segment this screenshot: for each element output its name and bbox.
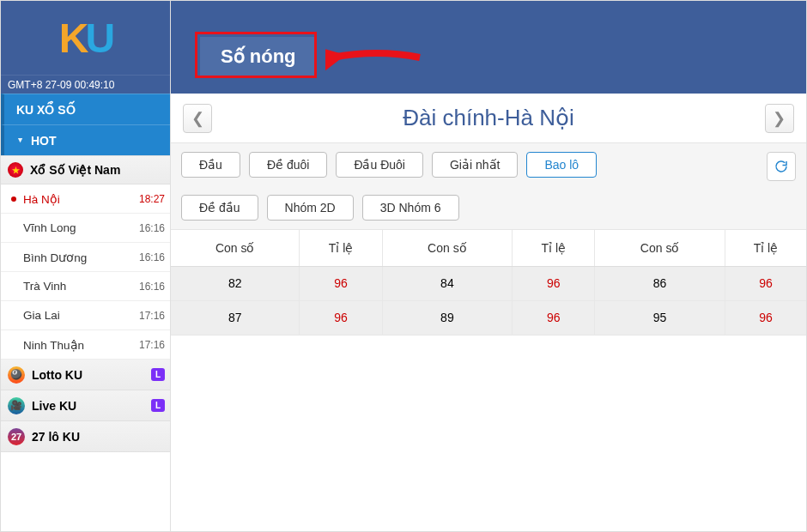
annotation-arrow-icon bbox=[325, 40, 428, 83]
lottery-time: 17:16 bbox=[139, 339, 165, 351]
cell-rate: 96 bbox=[725, 300, 806, 335]
filter-giainhat[interactable]: Giải nhất bbox=[432, 152, 518, 178]
cell-num: 86 bbox=[595, 266, 725, 300]
lottery-name: Trà Vinh bbox=[23, 280, 66, 293]
cell-num: 82 bbox=[171, 266, 300, 300]
lo-icon: 27 bbox=[8, 428, 25, 445]
page-title: Đài chính-Hà Nội bbox=[403, 105, 574, 131]
sidebar-item-hanoi[interactable]: Hà Nội 18:27 bbox=[1, 184, 170, 214]
lottery-time: 16:16 bbox=[139, 251, 165, 263]
logo-u: U bbox=[86, 15, 112, 61]
th-conso: Con số bbox=[595, 230, 725, 266]
table-header-row: Con số Tỉ lệ Con số Tỉ lệ Con số Tỉ lệ bbox=[171, 230, 806, 266]
sidebar-item-gialai[interactable]: Gia Lai 17:16 bbox=[1, 301, 170, 330]
filter-baolo[interactable]: Bao lô bbox=[526, 152, 597, 178]
clock: GMT+8 27-09 00:49:10 bbox=[1, 75, 170, 94]
sidebar-cat-27loku[interactable]: 2727 lô KU bbox=[1, 421, 170, 452]
lottery-time: 16:16 bbox=[139, 222, 165, 234]
filter-bar: Đầu Đề đuôi Đầu Đuôi Giải nhất Bao lô Đề… bbox=[171, 143, 806, 230]
live-badge: L bbox=[151, 368, 165, 381]
sidebar-item-binhduong[interactable]: Bình Dương 16:16 bbox=[1, 243, 170, 272]
lottery-name: Bình Dương bbox=[23, 251, 87, 264]
next-button[interactable]: ❯ bbox=[765, 104, 794, 133]
refresh-icon bbox=[774, 159, 789, 174]
nav-section-hot-label: HOT bbox=[31, 134, 57, 148]
app-root: KU GMT+8 27-09 00:49:10 KU XỔ SỐ HOT ★ X… bbox=[0, 0, 807, 532]
cell-num: 84 bbox=[382, 266, 513, 300]
cat-label: Lotto KU bbox=[32, 368, 82, 382]
star-icon: ★ bbox=[8, 162, 23, 178]
sidebar: KU GMT+8 27-09 00:49:10 KU XỔ SỐ HOT ★ X… bbox=[1, 1, 171, 531]
lottery-time: 17:16 bbox=[139, 310, 165, 322]
live-badge: L bbox=[151, 399, 165, 412]
cell-num: 95 bbox=[595, 300, 725, 335]
content-panel: ❮ Đài chính-Hà Nội ❯ Đầu Đề đuôi Đầu Đuô… bbox=[171, 94, 806, 531]
cell-rate: 96 bbox=[725, 266, 806, 300]
cell-num: 89 bbox=[382, 300, 513, 335]
lotto-icon: 🎱 bbox=[8, 366, 25, 384]
active-dot-icon bbox=[11, 196, 16, 202]
sidebar-group-vietnam[interactable]: ★ Xổ Số Việt Nam bbox=[1, 155, 170, 184]
cell-num: 87 bbox=[171, 300, 300, 335]
sidebar-cat-liveku[interactable]: 🎥Live KU L bbox=[1, 390, 170, 421]
lottery-time: 16:16 bbox=[139, 281, 165, 293]
title-row: ❮ Đài chính-Hà Nội ❯ bbox=[171, 94, 806, 143]
prev-button[interactable]: ❮ bbox=[183, 104, 212, 133]
main-panel: Số nóng ❮ Đài chính-Hà Nội ❯ Đầu Đề đuôi… bbox=[171, 1, 806, 531]
nav-section-hot[interactable]: HOT bbox=[1, 124, 170, 155]
th-conso: Con số bbox=[171, 230, 300, 266]
logo-k: K bbox=[59, 15, 86, 61]
filter-dauduoi[interactable]: Đầu Đuôi bbox=[336, 152, 423, 178]
filter-deduoi[interactable]: Đề đuôi bbox=[249, 152, 327, 178]
filter-nhom2d[interactable]: Nhóm 2D bbox=[267, 195, 354, 221]
top-tab-area: Số nóng bbox=[171, 1, 806, 94]
cell-rate: 96 bbox=[513, 300, 595, 335]
table-row: 82 96 84 96 86 96 bbox=[171, 266, 806, 300]
sidebar-item-ninhthuan[interactable]: Ninh Thuận 17:16 bbox=[1, 330, 170, 360]
cell-rate: 96 bbox=[513, 266, 595, 300]
th-tile: Tỉ lệ bbox=[725, 230, 806, 266]
live-icon: 🎥 bbox=[8, 397, 25, 414]
logo: KU bbox=[1, 1, 170, 75]
cell-rate: 96 bbox=[300, 300, 382, 335]
lottery-name: Ninh Thuận bbox=[23, 338, 84, 352]
filter-dedau[interactable]: Đề đầu bbox=[181, 195, 258, 221]
sidebar-item-travinh[interactable]: Trà Vinh 16:16 bbox=[1, 272, 170, 301]
lottery-name: Hà Nội bbox=[23, 192, 60, 206]
nav-section-kuxoso[interactable]: KU XỔ SỐ bbox=[1, 94, 170, 124]
sidebar-item-vinhlong[interactable]: Vĩnh Long 16:16 bbox=[1, 214, 170, 243]
filter-dau[interactable]: Đầu bbox=[181, 152, 240, 178]
th-conso: Con số bbox=[382, 230, 513, 266]
sidebar-cat-lottoku[interactable]: 🎱Lotto KU L bbox=[1, 360, 170, 390]
filter-wrap: Đầu Đề đuôi Đầu Đuôi Giải nhất Bao lô Đề… bbox=[181, 152, 731, 221]
th-tile: Tỉ lệ bbox=[300, 230, 382, 266]
cell-rate: 96 bbox=[300, 266, 382, 300]
refresh-button[interactable] bbox=[767, 152, 796, 181]
lottery-name: Gia Lai bbox=[23, 309, 60, 322]
lottery-time: 18:27 bbox=[139, 193, 165, 205]
sidebar-group-label: Xổ Số Việt Nam bbox=[30, 163, 120, 177]
tab-so-nong[interactable]: Số nóng bbox=[198, 35, 319, 78]
cat-label: Live KU bbox=[32, 399, 76, 413]
logo-text: KU bbox=[59, 15, 112, 62]
filter-3dnhom6[interactable]: 3D Nhóm 6 bbox=[362, 195, 459, 221]
lottery-name: Vĩnh Long bbox=[23, 221, 76, 234]
th-tile: Tỉ lệ bbox=[513, 230, 595, 266]
results-table: Con số Tỉ lệ Con số Tỉ lệ Con số Tỉ lệ 8… bbox=[171, 230, 806, 336]
cat-label: 27 lô KU bbox=[32, 430, 80, 444]
table-row: 87 96 89 96 95 96 bbox=[171, 300, 806, 335]
